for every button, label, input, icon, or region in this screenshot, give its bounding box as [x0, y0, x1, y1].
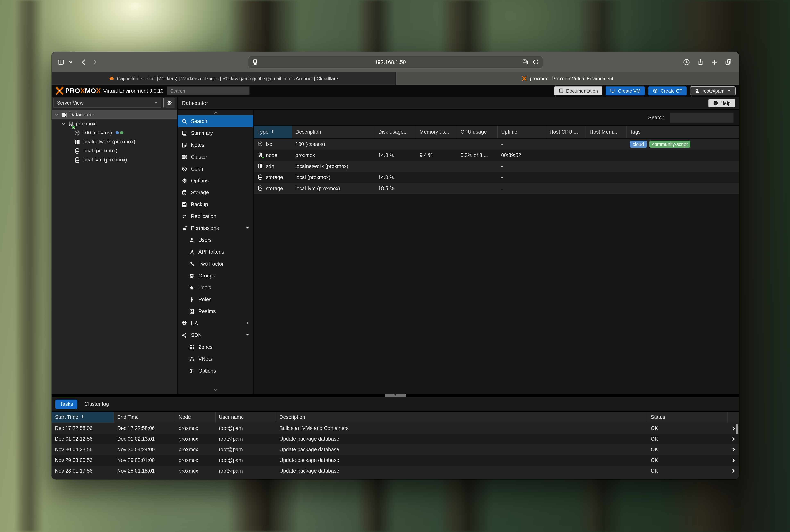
grid-column-host-cpu[interactable]: Host CPU ... [546, 126, 586, 138]
svg-text:?: ? [715, 101, 717, 105]
forward-button[interactable] [91, 59, 98, 65]
expander-chevron-down-icon[interactable] [54, 113, 59, 117]
nav-item-replication[interactable]: Replication [178, 210, 253, 222]
task-expand-chevron[interactable] [728, 447, 739, 452]
address-bar[interactable]: 192.168.1.50 A [248, 56, 543, 69]
tab-overview-button[interactable] [725, 59, 732, 65]
grid-row-localnetwork-proxmox[interactable]: sdnlocalnetwork (proxmox)- [254, 161, 739, 172]
grid-column-cpu-usage[interactable]: CPU usage [457, 126, 498, 138]
tab-tasks[interactable]: Tasks [55, 399, 77, 409]
nav-item-roles[interactable]: Roles [178, 293, 253, 305]
splitter-handle[interactable] [385, 394, 406, 397]
create-vm-button[interactable]: Create VM [605, 86, 645, 95]
task-row[interactable]: Nov 29 03:00:56Nov 29 03:01:00proxmoxroo… [52, 455, 739, 466]
nav-item-users[interactable]: Users [178, 234, 253, 246]
tree-item-local-lvm-proxmox[interactable]: local-lvm (proxmox) [52, 155, 177, 164]
task-row[interactable]: Nov 30 04:23:56Nov 30 04:24:00proxmoxroo… [52, 444, 739, 455]
chevron-down-icon [727, 89, 731, 93]
nav-scroll-up[interactable] [178, 110, 253, 115]
nav-item-label: Backup [191, 202, 208, 207]
nav-item-storage[interactable]: Storage [178, 187, 253, 198]
tab-title: Capacité de calcul (Workers) | Workers e… [117, 76, 338, 81]
url-text[interactable]: 192.168.1.50 [258, 59, 522, 65]
tree-item-localnetwork-proxmox[interactable]: localnetwork (proxmox) [52, 137, 177, 146]
tasks-column-start-time[interactable]: Start Time [52, 412, 114, 422]
nav-item-pools[interactable]: Pools [178, 282, 253, 293]
nav-scroll-down[interactable] [178, 387, 253, 393]
nav-item-sdn[interactable]: SDN [178, 329, 253, 341]
help-button[interactable]: ? Help [709, 99, 735, 107]
documentation-button[interactable]: Documentation [554, 86, 602, 95]
grid-row-local-lvm-proxmox[interactable]: storagelocal-lvm (proxmox)18.5 %- [254, 183, 739, 194]
tree-item-local-proxmox[interactable]: local (proxmox) [52, 146, 177, 155]
tab-cluster-log[interactable]: Cluster log [80, 399, 114, 409]
nav-item-groups[interactable]: Groups [178, 270, 253, 282]
tree-item-100-casaos[interactable]: 100 (casaos) [52, 128, 177, 137]
nav-item-zones[interactable]: Zones [178, 341, 253, 353]
view-selector[interactable]: Server View [53, 98, 161, 108]
nav-item-vnets[interactable]: VNets [178, 353, 253, 365]
nav-item-realms[interactable]: Realms [178, 305, 253, 317]
nav-item-summary[interactable]: Summary [178, 127, 253, 139]
tasks-column-description[interactable]: Description [276, 412, 648, 422]
nav-item-permissions[interactable]: Permissions [178, 222, 253, 234]
expander-chevron-down-icon[interactable] [61, 122, 65, 126]
header-search-input[interactable] [167, 87, 250, 95]
tasks-column-user-name[interactable]: User name [215, 412, 276, 422]
tasks-scrollbar-thumb[interactable] [735, 424, 738, 434]
nav-item-options[interactable]: Options [178, 175, 253, 187]
panel-splitter[interactable] [52, 394, 739, 397]
tasks-column-end-time[interactable]: End Time [114, 412, 175, 422]
nav-item-options[interactable]: Options [178, 365, 253, 377]
task-row[interactable]: Nov 28 01:17:56Nov 28 01:18:01proxmoxroo… [52, 466, 739, 476]
nav-item-ceph[interactable]: Ceph [178, 163, 253, 175]
tree-item-proxmox[interactable]: proxmox [52, 119, 177, 128]
caret-down-icon [246, 226, 250, 230]
grid-row-local-proxmox[interactable]: storagelocal (proxmox)14.0 %- [254, 172, 739, 183]
create-ct-button[interactable]: Create CT [648, 86, 687, 95]
sidebar-toggle-button[interactable] [57, 59, 64, 65]
translate-icon[interactable]: A [522, 59, 528, 65]
tree-item-label: local (proxmox) [82, 148, 117, 154]
task-row[interactable]: Dec 01 02:12:56Dec 01 02:13:01proxmoxroo… [52, 434, 739, 444]
tree-item-datacenter[interactable]: Datacenter [52, 110, 177, 119]
cloudflare-icon [109, 76, 114, 81]
nav-item-notes[interactable]: Notes [178, 139, 253, 151]
nav-item-backup[interactable]: Backup [178, 198, 253, 210]
grid-column-uptime[interactable]: Uptime [498, 126, 546, 138]
nav-item-api-tokens[interactable]: API Tokens [178, 246, 253, 258]
sidebar-chevron-down-icon[interactable] [69, 60, 73, 64]
nav-item-search[interactable]: Search [178, 115, 253, 127]
grid-column-disk-usage[interactable]: Disk usage... [375, 126, 416, 138]
reload-icon[interactable] [533, 59, 539, 65]
grid-search-input[interactable] [670, 112, 734, 123]
nav-item-ha[interactable]: HA [178, 317, 253, 329]
task-row[interactable]: Dec 17 22:58:06Dec 17 22:58:06proxmoxroo… [52, 423, 739, 434]
page-format-icon[interactable] [252, 59, 258, 65]
share-button[interactable] [697, 59, 704, 65]
task-expand-chevron[interactable] [728, 469, 739, 473]
help-icon: ? [713, 100, 718, 106]
grid-column-type[interactable]: Type [254, 126, 292, 138]
db-icon [181, 190, 187, 195]
task-expand-chevron[interactable] [728, 437, 739, 441]
tasks-column-node[interactable]: Node [175, 412, 215, 422]
grid-column-memory-us[interactable]: Memory us... [416, 126, 457, 138]
browser-tab-proxmox[interactable]: proxmox - Proxmox Virtual Environment [396, 72, 739, 85]
grid-row-proxmox[interactable]: nodeproxmox14.0 %9.4 %0.3% of 8 ...00:39… [254, 150, 739, 161]
downloads-button[interactable] [683, 59, 690, 65]
grid-column-host-mem[interactable]: Host Mem... [586, 126, 627, 138]
grid-column-description[interactable]: Description [292, 126, 375, 138]
nav-item-two-factor[interactable]: Two Factor [178, 258, 253, 270]
back-button[interactable] [80, 59, 87, 65]
user-menu-button[interactable]: root@pam [690, 86, 735, 95]
new-tab-button[interactable] [711, 59, 718, 65]
grid-row-100-casaos[interactable]: lxc100 (casaos)-cloudcommunity-script [254, 138, 739, 150]
grid-column-tags[interactable]: Tags [627, 126, 739, 138]
nav-item-cluster[interactable]: Cluster [178, 151, 253, 163]
nav-item-label: Storage [191, 190, 209, 195]
browser-tab-cloudflare[interactable]: Capacité de calcul (Workers) | Workers e… [52, 72, 396, 85]
tree-settings-button[interactable] [163, 98, 175, 108]
tasks-column-status[interactable]: Status [648, 412, 728, 422]
task-expand-chevron[interactable] [728, 458, 739, 463]
